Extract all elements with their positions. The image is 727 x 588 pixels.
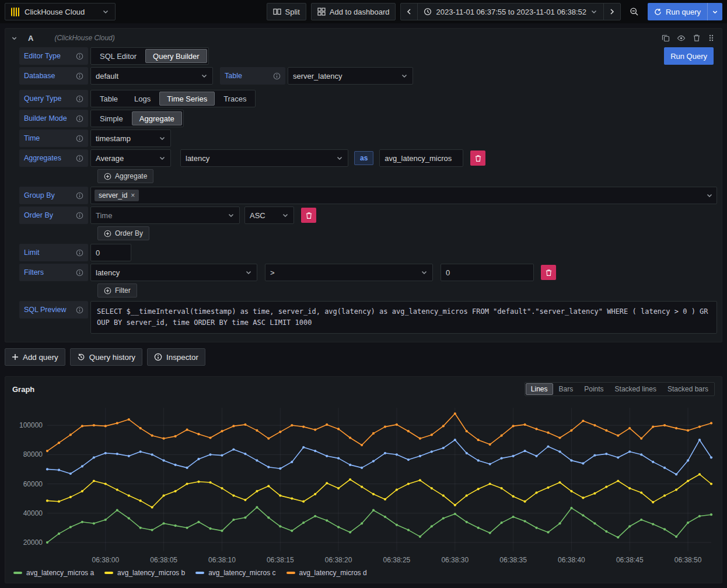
legend-swatch xyxy=(104,572,113,574)
split-button[interactable]: Split xyxy=(267,3,306,20)
filter-operator-select[interactable]: > xyxy=(265,264,433,281)
svg-text:60000: 60000 xyxy=(23,480,43,488)
info-icon[interactable] xyxy=(76,135,83,142)
aggregate-alias-input[interactable] xyxy=(379,149,463,167)
zoom-out-button[interactable] xyxy=(625,3,643,20)
svg-text:06:38:20: 06:38:20 xyxy=(325,556,352,564)
filters-row: Filters latency > xyxy=(19,264,717,281)
plus-circle-icon xyxy=(104,287,111,295)
info-icon[interactable] xyxy=(76,155,83,162)
refresh-icon xyxy=(654,8,662,16)
aggregates-label: Aggregates xyxy=(19,149,88,167)
query-type-logs[interactable]: Logs xyxy=(127,92,158,106)
group-by-multiselect[interactable]: server_id xyxy=(90,187,717,204)
query-type-toggle: Table Logs Time Series Traces xyxy=(90,90,256,107)
collapse-query-icon[interactable] xyxy=(11,35,18,41)
query-type-table[interactable]: Table xyxy=(92,92,125,106)
svg-text:06:38:00: 06:38:00 xyxy=(92,556,119,564)
timeseries-chart[interactable]: 2000040000600008000010000006:38:0006:38:… xyxy=(5,398,722,568)
remove-aggregate-button[interactable] xyxy=(470,150,485,166)
chevron-left-icon xyxy=(406,8,412,15)
legend-item-series-b[interactable]: avg_latency_micros b xyxy=(104,569,185,577)
aggregate-column-select[interactable]: latency xyxy=(180,149,348,167)
editor-type-toggle: SQL Editor Query Builder xyxy=(90,47,209,65)
query-editor-header: A (ClickHouse Cloud) xyxy=(5,29,722,47)
add-filter-row: Filter xyxy=(97,284,717,298)
group-by-tag: server_id xyxy=(95,190,139,201)
time-shift-back-button[interactable] xyxy=(400,3,418,20)
time-shift-forward-button[interactable] xyxy=(603,3,621,20)
query-datasource-hint: (ClickHouse Cloud) xyxy=(54,34,114,42)
info-icon[interactable] xyxy=(76,52,83,60)
graph-style-stacked-bars[interactable]: Stacked bars xyxy=(662,383,714,395)
info-icon[interactable] xyxy=(76,192,83,200)
datasource-picker[interactable]: ClickHouse Cloud xyxy=(5,3,116,20)
limit-label: Limit xyxy=(19,244,88,261)
drag-handle-icon[interactable] xyxy=(708,34,715,42)
hide-query-icon[interactable] xyxy=(677,34,686,43)
svg-text:80000: 80000 xyxy=(23,451,43,459)
table-select[interactable]: server_latency xyxy=(288,67,413,85)
info-icon[interactable] xyxy=(273,72,281,80)
remove-order-by-button[interactable] xyxy=(301,208,316,223)
builder-mode-simple[interactable]: Simple xyxy=(92,111,131,125)
graph-style-lines[interactable]: Lines xyxy=(526,383,553,395)
add-to-dashboard-button[interactable]: Add to dashboard xyxy=(311,3,396,20)
limit-input[interactable] xyxy=(90,244,131,261)
chart-canvas[interactable]: 2000040000600008000010000006:38:0006:38:… xyxy=(10,401,717,569)
explore-toolbar: Add query Query history Inspector xyxy=(5,348,722,366)
remove-filter-button[interactable] xyxy=(541,265,556,280)
order-by-field-select[interactable]: Time xyxy=(90,206,240,224)
query-ref-id[interactable]: A xyxy=(28,34,33,43)
query-type-time-series[interactable]: Time Series xyxy=(159,92,215,106)
order-by-direction-select[interactable]: ASC xyxy=(244,206,294,224)
run-query-interval-dropdown[interactable] xyxy=(707,3,722,20)
add-query-button[interactable]: Add query xyxy=(5,348,65,366)
chevron-down-icon xyxy=(159,155,166,162)
legend-swatch xyxy=(13,572,22,574)
remove-query-icon[interactable] xyxy=(693,34,701,42)
add-aggregate-button[interactable]: Aggregate xyxy=(97,169,153,183)
add-filter-button[interactable]: Filter xyxy=(97,284,137,298)
aggregate-column-value: latency xyxy=(186,154,209,163)
remove-tag-icon[interactable] xyxy=(131,192,135,199)
svg-text:20000: 20000 xyxy=(23,538,43,547)
graph-style-bars[interactable]: Bars xyxy=(554,383,579,395)
zoom-out-icon xyxy=(630,7,639,16)
aggregate-function-select[interactable]: Average xyxy=(90,149,171,167)
info-icon[interactable] xyxy=(76,249,83,257)
chevron-down-icon xyxy=(159,135,166,142)
graph-style-stacked-lines[interactable]: Stacked lines xyxy=(610,383,662,395)
query-history-button[interactable]: Query history xyxy=(70,348,142,366)
graph-style-points[interactable]: Points xyxy=(579,383,609,395)
run-query-button[interactable]: Run query xyxy=(648,3,707,20)
query-type-row: Query Type Table Logs Time Series Traces xyxy=(19,90,717,107)
legend-item-series-c[interactable]: avg_latency_micros c xyxy=(195,569,275,577)
inspector-button[interactable]: Inspector xyxy=(147,348,205,366)
info-icon[interactable] xyxy=(76,115,83,123)
legend-item-series-a[interactable]: avg_latency_micros a xyxy=(13,569,94,577)
info-icon[interactable] xyxy=(76,212,83,219)
filter-column-select[interactable]: latency xyxy=(90,264,257,281)
add-order-by-button[interactable]: Order By xyxy=(97,226,149,240)
add-aggregate-row: Aggregate xyxy=(97,169,717,183)
editor-type-sql-editor[interactable]: SQL Editor xyxy=(92,49,144,63)
builder-mode-aggregate[interactable]: Aggregate xyxy=(132,111,182,125)
info-icon[interactable] xyxy=(76,269,83,276)
time-range-picker[interactable]: 2023-11-01 06:37:55 to 2023-11-01 06:38:… xyxy=(417,3,604,20)
legend-item-series-d[interactable]: avg_latency_micros d xyxy=(286,569,367,577)
query-type-traces[interactable]: Traces xyxy=(216,92,254,106)
table-value: server_latency xyxy=(293,72,342,80)
duplicate-query-icon[interactable] xyxy=(662,34,670,42)
editor-type-query-builder[interactable]: Query Builder xyxy=(145,49,207,63)
svg-text:06:38:25: 06:38:25 xyxy=(383,556,411,564)
panel-run-query-label: Run Query xyxy=(670,52,707,61)
info-icon[interactable] xyxy=(76,306,83,314)
info-icon[interactable] xyxy=(76,72,83,80)
chevron-down-icon xyxy=(590,8,597,15)
database-select[interactable]: default xyxy=(90,67,213,85)
filter-value-input[interactable] xyxy=(441,264,534,281)
panel-run-query-button[interactable]: Run Query xyxy=(664,47,714,65)
info-icon[interactable] xyxy=(76,95,83,103)
time-column-select[interactable]: timestamp xyxy=(90,130,171,147)
